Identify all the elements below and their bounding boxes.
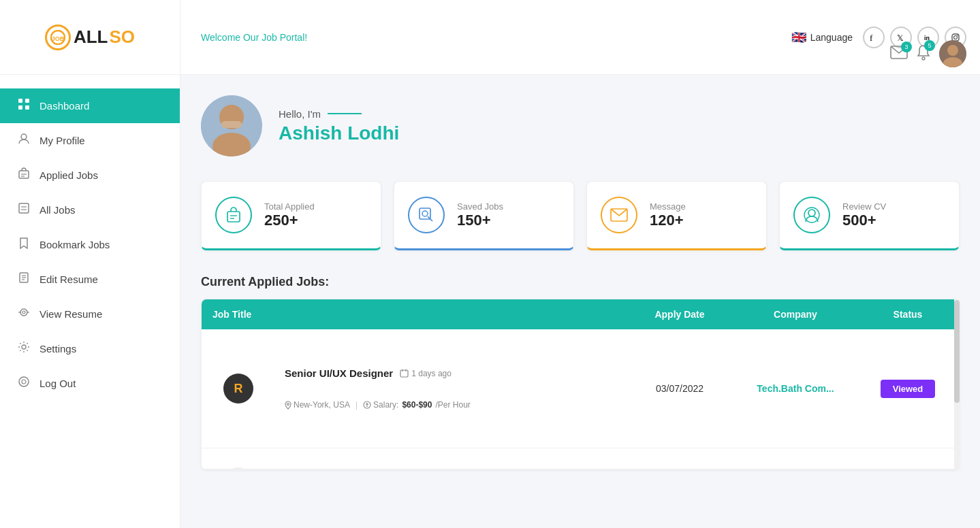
svg-point-28 — [20, 309, 27, 316]
total-applied-icon — [215, 197, 252, 233]
sidebar-label-log-out: Log Out — [39, 378, 76, 389]
salary: Salary: $60-$90 /Per Hour — [363, 400, 471, 410]
sidebar-item-dashboard[interactable]: Dashboard — [0, 88, 180, 123]
log-out-icon — [16, 376, 31, 391]
header: JOB ALLSO Welcome Our Job Portal! 🇬🇧 Lan… — [0, 0, 980, 75]
svg-point-11 — [947, 45, 958, 56]
profile-greeting: Hello, I'm Ashish Lodhi — [201, 95, 960, 156]
col-apply-date: Apply Date — [625, 299, 734, 329]
svg-point-17 — [21, 134, 27, 139]
status-badge: Viewed — [881, 380, 936, 398]
svg-point-43 — [422, 211, 428, 216]
job-info-cell: R Senior UI/UX Designer 1 days ago — [212, 339, 614, 438]
partial-job-info: ✦ — [212, 458, 614, 469]
table-row-partial-inner: ✦ — [202, 448, 959, 469]
svg-point-34 — [22, 380, 26, 384]
job-details: Senior UI/UX Designer 1 days ago — [263, 348, 492, 429]
hello-line: Hello, I'm — [279, 108, 399, 120]
sidebar-item-log-out[interactable]: Log Out — [0, 366, 180, 401]
svg-point-33 — [19, 377, 29, 386]
main-layout: Dashboard My Profile Applied Jobs All Jo… — [0, 75, 980, 528]
language-selector[interactable]: 🇬🇧 Language — [791, 30, 853, 45]
message-value: 120+ — [650, 212, 686, 229]
sidebar-label-my-profile: My Profile — [39, 135, 85, 146]
saved-jobs-info: Saved Jobs 150+ — [457, 201, 503, 229]
message-info: Message 120+ — [650, 201, 686, 229]
apply-date-cell: 03/07/2022 — [625, 374, 734, 403]
logo-all-text: ALL — [74, 27, 108, 48]
company-link[interactable]: Tech.Bath Com... — [757, 383, 834, 394]
company-logo: R — [223, 374, 253, 403]
flag-icon: 🇬🇧 — [791, 30, 806, 45]
welcome-text: Welcome Our Job Portal! — [201, 32, 771, 43]
user-name: Ashish Lodhi — [279, 122, 399, 144]
total-applied-label: Total Applied — [264, 201, 315, 212]
sidebar-label-bookmark-jobs: Bookmark Jobs — [39, 239, 110, 250]
review-cv-value: 500+ — [842, 212, 886, 229]
partial-company-logo: ✦ — [223, 467, 253, 469]
section-title-current-jobs: Current Applied Jobs: — [201, 275, 960, 289]
table-row-partial: ✦ — [202, 448, 959, 469]
edit-resume-icon — [16, 271, 31, 287]
svg-rect-16 — [25, 105, 29, 110]
sidebar-item-all-jobs[interactable]: All Jobs — [0, 193, 180, 227]
header-center: Welcome Our Job Portal! — [180, 32, 791, 43]
stat-card-saved-jobs: Saved Jobs 150+ — [394, 181, 574, 250]
company-cell: Tech.Bath Com... — [734, 374, 857, 403]
all-jobs-icon — [16, 202, 31, 218]
svg-point-9 — [922, 57, 925, 60]
sidebar-label-edit-resume: Edit Resume — [39, 274, 98, 285]
svg-rect-13 — [18, 99, 22, 103]
header-bottom-row: 3 5 — [890, 40, 966, 67]
sidebar-label-settings: Settings — [39, 343, 76, 354]
svg-point-46 — [808, 210, 815, 216]
jobs-table-wrapper: Job Title Apply Date Company Status R — [201, 299, 960, 470]
job-meta: New-York, USA | Salary: $60-$90 /Per Hou… — [274, 391, 481, 419]
applied-jobs-icon — [16, 167, 31, 183]
svg-text:JOB: JOB — [52, 35, 65, 42]
svg-text:f: f — [870, 33, 873, 42]
stat-card-message: Message 120+ — [586, 181, 767, 250]
message-icon — [601, 197, 637, 233]
col-status: Status — [857, 299, 959, 329]
sidebar-item-applied-jobs[interactable]: Applied Jobs — [0, 158, 180, 193]
saved-jobs-label: Saved Jobs — [457, 201, 503, 212]
mail-icon-wrap[interactable]: 3 — [890, 46, 908, 62]
settings-icon — [16, 341, 31, 357]
table-row: R Senior UI/UX Designer 1 days ago — [202, 329, 959, 448]
user-avatar — [201, 95, 262, 156]
scrollbar-track[interactable] — [954, 299, 960, 470]
job-title: Senior UI/UX Designer — [285, 367, 393, 379]
review-cv-label: Review CV — [842, 201, 886, 212]
sidebar-item-bookmark-jobs[interactable]: Bookmark Jobs — [0, 227, 180, 262]
location: New-York, USA — [285, 400, 350, 410]
logo-area: JOB ALLSO — [0, 0, 180, 74]
sidebar-item-edit-resume[interactable]: Edit Resume — [0, 262, 180, 297]
saved-jobs-value: 150+ — [457, 212, 503, 229]
line-decor — [328, 113, 362, 114]
user-avatar-header[interactable] — [939, 40, 966, 67]
stat-card-total-applied: Total Applied 250+ — [201, 181, 381, 250]
table-row-inner: R Senior UI/UX Designer 1 days ago — [202, 329, 959, 448]
logo-so-text: SO — [109, 27, 135, 48]
facebook-icon[interactable]: f — [863, 27, 885, 48]
sidebar-item-settings[interactable]: Settings — [0, 331, 180, 366]
greeting-text: Hello, I'm Ashish Lodhi — [279, 108, 399, 144]
table-header: Job Title Apply Date Company Status — [202, 299, 959, 329]
svg-point-51 — [287, 403, 289, 405]
sidebar-label-dashboard: Dashboard — [39, 100, 89, 112]
saved-jobs-icon — [408, 197, 445, 233]
svg-point-32 — [22, 345, 26, 349]
bell-icon-wrap[interactable]: 5 — [916, 44, 931, 63]
svg-point-6 — [954, 35, 958, 39]
svg-rect-38 — [221, 121, 242, 128]
bell-badge: 5 — [924, 40, 935, 51]
sidebar-label-all-jobs: All Jobs — [39, 204, 76, 216]
scrollbar-thumb[interactable] — [954, 300, 960, 403]
sidebar-item-view-resume[interactable]: View Resume — [0, 297, 180, 331]
job-cell: R Senior UI/UX Designer 1 days ago — [202, 329, 625, 448]
sidebar-label-view-resume: View Resume — [39, 308, 102, 320]
sidebar-item-my-profile[interactable]: My Profile — [0, 123, 180, 158]
sidebar: Dashboard My Profile Applied Jobs All Jo… — [0, 75, 180, 528]
status-cell: Viewed — [857, 370, 959, 408]
